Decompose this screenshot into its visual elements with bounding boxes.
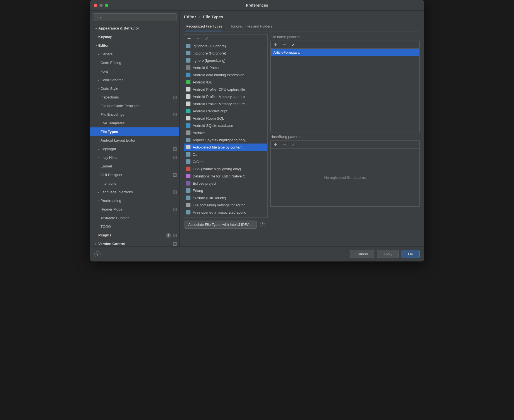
project-settings-icon <box>173 147 177 151</box>
remove-file-type-button[interactable] <box>196 36 200 40</box>
file-type-label: Auto-detect file type by content <box>193 145 243 149</box>
sidebar-item[interactable]: ▸Appearance & Behavior <box>90 24 179 33</box>
file-type-row[interactable]: Android RenderScript <box>184 107 267 115</box>
file-types-toolbar <box>184 34 267 42</box>
sidebar-item[interactable]: ▸General <box>90 50 179 58</box>
settings-sidebar: ▾ ▸Appearance & BehaviorKeymap▾Editor▸Ge… <box>90 11 180 246</box>
sidebar-item[interactable]: Inspections <box>90 93 179 102</box>
file-type-row[interactable]: Definitions file for Kotlin/Native C <box>184 172 267 180</box>
project-settings-icon <box>173 191 177 194</box>
file-type-row[interactable]: C/C++ <box>184 158 267 165</box>
add-pattern-button[interactable] <box>273 43 277 47</box>
tab-ignored[interactable]: Ignored Files and Folders <box>231 22 272 31</box>
tab-recognized[interactable]: Recognized File Types <box>186 22 222 31</box>
titlebar: Preferences <box>90 0 424 11</box>
file-type-icon <box>186 51 190 55</box>
sidebar-item[interactable]: ▾Editor <box>90 41 179 50</box>
sidebar-item[interactable]: ▸Version Control <box>90 239 179 246</box>
file-type-row[interactable]: Auto-detect file type by content <box>184 144 267 151</box>
breadcrumb-separator: › <box>199 14 200 19</box>
sidebar-item[interactable]: ▸Proofreading <box>90 196 179 205</box>
file-type-row[interactable]: Android Profiler Memory capture <box>184 93 267 100</box>
sidebar-item[interactable]: ▸Code Style <box>90 84 179 93</box>
edit-pattern-button[interactable] <box>291 43 295 47</box>
file-type-row[interactable]: File containing settings for editor <box>184 201 267 209</box>
search-icon <box>95 15 99 19</box>
sidebar-item[interactable]: Code Editing <box>90 58 179 67</box>
sidebar-item[interactable]: Android Layout Editor <box>90 136 179 145</box>
file-type-row[interactable]: Android Profiler CPU capture file <box>184 86 267 93</box>
sidebar-item[interactable]: Intentions <box>90 179 179 188</box>
sidebar-item[interactable]: TODO <box>90 222 179 231</box>
file-type-row[interactable]: Android Profiler Memory capture <box>184 100 267 107</box>
sidebar-item[interactable]: ▸Inlay Hints <box>90 153 179 162</box>
file-type-icon <box>186 116 190 120</box>
chevron-icon: ▾ <box>94 44 98 47</box>
sidebar-item[interactable]: File and Code Templates <box>90 102 179 110</box>
tab-bar: Recognized File Types Ignored Files and … <box>184 22 420 31</box>
associate-button[interactable]: Associate File Types with IntelliJ IDEA.… <box>184 221 257 229</box>
add-hashbang-button[interactable] <box>273 143 277 147</box>
sidebar-item[interactable]: Plugins1 <box>90 231 179 239</box>
project-settings-icon <box>173 156 177 159</box>
sidebar-item[interactable]: GUI Designer <box>90 171 179 179</box>
sidebar-item-label: Code Editing <box>101 61 179 65</box>
apply-button[interactable]: Apply <box>377 250 399 258</box>
patterns-list[interactable]: ArticleForm.java <box>271 49 419 132</box>
sidebar-item[interactable]: TextMate Bundles <box>90 214 179 222</box>
dialog-footer: ? Cancel Apply OK <box>90 246 424 261</box>
add-file-type-button[interactable] <box>187 36 191 40</box>
cancel-button[interactable]: Cancel <box>350 250 374 258</box>
file-type-row[interactable]: CSS (syntax highlighting only) <box>184 165 267 172</box>
edit-hashbang-button[interactable] <box>291 143 295 147</box>
file-type-row[interactable]: Archive <box>184 129 267 136</box>
file-type-row[interactable]: .gitignore (GitIgnore) <box>184 42 267 50</box>
file-type-row[interactable]: .ignore (IgnoreLang) <box>184 57 267 64</box>
sidebar-item-label: Live Templates <box>101 121 179 125</box>
sidebar-item[interactable]: Font <box>90 67 179 76</box>
file-type-row[interactable]: Android data binding expression <box>184 71 267 78</box>
sidebar-item[interactable]: Live Templates <box>90 119 179 127</box>
sidebar-item[interactable]: Reader Mode <box>90 205 179 214</box>
file-type-row[interactable]: Android 9-Patch <box>184 64 267 71</box>
sidebar-item[interactable]: Keymap <box>90 33 179 41</box>
file-type-row[interactable]: Eclipse project <box>184 180 267 187</box>
sidebar-item-label: Font <box>101 69 179 73</box>
search-input[interactable]: ▾ <box>93 13 177 21</box>
file-type-icon <box>186 188 190 193</box>
file-type-row[interactable]: Erlang <box>184 187 267 194</box>
file-name-patterns-box: ArticleForm.java <box>270 41 420 132</box>
remove-pattern-button[interactable] <box>282 43 286 47</box>
svg-rect-0 <box>197 38 200 39</box>
sidebar-item-label: Version Control <box>98 242 179 246</box>
file-type-row[interactable]: Android Room SQL <box>184 115 267 122</box>
file-type-row[interactable]: .hgignore (HgIgnore) <box>184 50 267 57</box>
sidebar-item[interactable]: Emmet <box>90 162 179 171</box>
sidebar-item-label: Inlay Hints <box>101 155 179 160</box>
file-type-row[interactable]: Android SQLite database <box>184 122 267 129</box>
file-type-icon <box>186 159 190 164</box>
ok-button[interactable]: OK <box>402 250 420 258</box>
file-type-label: .ignore (IgnoreLang) <box>193 58 226 63</box>
remove-hashbang-button[interactable] <box>282 143 286 147</box>
sidebar-badge: 1 <box>166 233 171 238</box>
sidebar-item[interactable]: ▸Copyright <box>90 145 179 153</box>
file-type-row[interactable]: Android IDL <box>184 78 267 86</box>
help-button[interactable]: ? <box>94 251 101 257</box>
file-type-label: C# <box>193 152 197 157</box>
sidebar-item[interactable]: ▸Color Scheme <box>90 76 179 84</box>
associate-help-icon[interactable]: ? <box>260 222 265 227</box>
sidebar-item-label: Appearance & Behavior <box>98 26 179 30</box>
sidebar-item[interactable]: File Types <box>90 127 179 136</box>
file-type-row[interactable]: C# <box>184 151 267 158</box>
file-type-icon <box>186 102 190 106</box>
sidebar-item[interactable]: File Encodings <box>90 110 179 119</box>
sidebar-item[interactable]: ▸Language Injections <box>90 188 179 196</box>
file-type-row[interactable]: exclude (GitExclude) <box>184 194 267 201</box>
edit-file-type-button[interactable] <box>205 36 209 40</box>
file-type-row[interactable]: AspectJ (syntax highlighting only) <box>184 136 267 144</box>
file-type-row[interactable]: Files opened in associated applic <box>184 209 267 216</box>
sidebar-item-label: Editor <box>98 43 179 48</box>
pattern-row[interactable]: ArticleForm.java <box>271 49 419 56</box>
file-types-list[interactable]: .gitignore (GitIgnore).hgignore (HgIgnor… <box>184 42 267 218</box>
